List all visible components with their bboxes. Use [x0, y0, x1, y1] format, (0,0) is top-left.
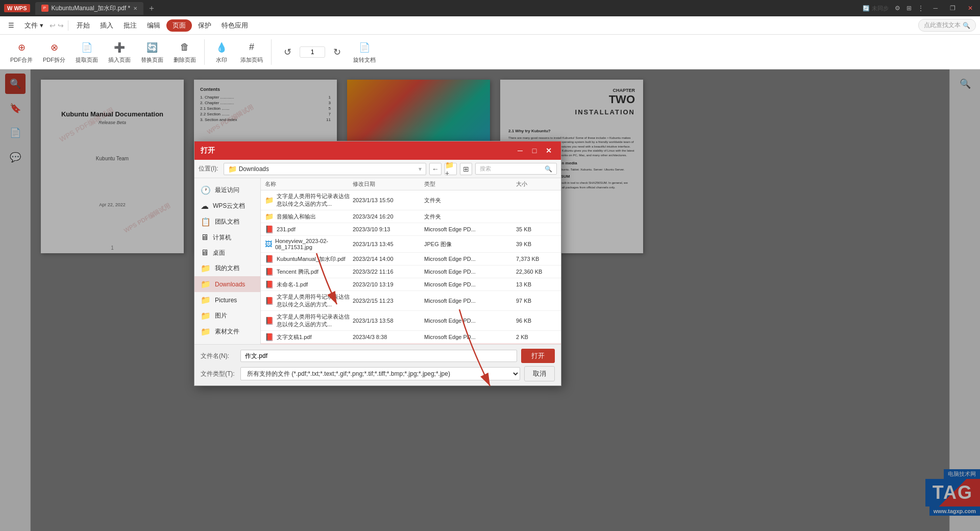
filename-input[interactable] — [240, 350, 517, 362]
col-name[interactable]: 名称 — [265, 180, 353, 188]
extract-pages-button[interactable]: 📄 提取页面 — [71, 38, 102, 66]
menu-special[interactable]: 特色应用 — [217, 19, 252, 32]
file-list-header: 名称 修改日期 类型 大小 — [261, 178, 561, 190]
menu-search-box[interactable]: 点此查找文本 🔍 — [918, 19, 976, 32]
menu-divider-1 — [68, 20, 68, 31]
sidebar-wps-cloud[interactable]: ☁ WPS云文档 — [194, 198, 260, 214]
dialog-view-button[interactable]: ⊞ — [460, 163, 472, 175]
path-dropdown-icon[interactable]: ▾ — [419, 165, 422, 173]
sidebar-images[interactable]: 📁 图片 — [194, 308, 260, 324]
redo-icon[interactable]: ↪ — [58, 21, 64, 30]
file-type: 文件夹 — [424, 213, 516, 221]
sync-button[interactable]: 🔄 未同步 — [863, 5, 889, 12]
watermark-button[interactable]: 💧 水印 — [209, 38, 234, 66]
dialog-location-path[interactable]: 📁 Downloads ▾ — [224, 163, 426, 175]
dialog-footer: 文件名(N): 打开 文件类型(T): 所有支持的文件 (*.pdf;*.txt… — [194, 344, 561, 385]
menu-file[interactable]: 文件 ▾ — [20, 19, 47, 32]
delete-page-button[interactable]: 🗑 删除页面 — [169, 38, 200, 66]
cancel-button[interactable]: 取消 — [524, 366, 555, 381]
menu-protect[interactable]: 保护 — [194, 19, 215, 32]
active-tab[interactable]: P KubuntuManual_加水印.pdf * ✕ — [35, 2, 144, 15]
file-row[interactable]: 📕文字文稿1.pdf 2023/4/3 8:38 Microsoft Edge … — [261, 331, 561, 344]
sidebar-computer[interactable]: 🖥 计算机 — [194, 230, 260, 245]
sidebar-recent[interactable]: 🕐 最近访问 — [194, 182, 260, 198]
file-size: 13 KB — [516, 281, 557, 287]
filetype-select[interactable]: 所有支持的文件 (*.pdf;*.txt;*.text;*.gif;*.png;… — [240, 367, 520, 380]
sidebar-desktop[interactable]: 🖥 桌面 — [194, 245, 260, 260]
sidebar-team-doc-label: 团队文档 — [215, 218, 239, 226]
insert-page-button[interactable]: ➕ 插入页面 — [104, 38, 135, 66]
dialog-back-button[interactable]: ← — [429, 163, 442, 175]
col-modified[interactable]: 修改日期 — [353, 180, 424, 188]
clockwise-button[interactable]: ↻ — [329, 44, 345, 60]
menu-page[interactable]: 页面 — [166, 19, 192, 32]
pdf-split-button[interactable]: ⊗ PDF拆分 — [39, 38, 69, 66]
pdf-merge-button[interactable]: ⊕ PDF合并 — [6, 38, 37, 66]
sidebar-pictures[interactable]: 📁 Pictures — [194, 292, 260, 308]
layout-icon[interactable]: ⊞ — [906, 5, 912, 12]
dialog-toolbar: 位置(I): 📁 Downloads ▾ ← 📁+ ⊞ 搜索 🔍 — [194, 160, 561, 178]
file-type: JPEG 图像 — [424, 240, 516, 248]
file-modified: 2023/2/14 14:00 — [353, 256, 424, 262]
wps-logo: W WPS — [4, 4, 30, 12]
dialog-minimize-button[interactable]: ─ — [514, 144, 526, 157]
dialog-maximize-button[interactable]: □ — [528, 144, 541, 157]
file-row[interactable]: 📕Tencent 腾讯.pdf 2023/3/22 11:16 Microsof… — [261, 266, 561, 278]
sidebar-downloads-label: Downloads — [215, 281, 245, 288]
undo-icon[interactable]: ↩ — [50, 21, 56, 30]
toolbar-separator-2 — [271, 39, 272, 65]
col-size[interactable]: 大小 — [516, 180, 557, 188]
open-button[interactable]: 打开 — [521, 349, 555, 363]
file-row[interactable]: 📕文字是人类用符号记录表达信息以传之久远的方式... 2023/1/13 13:… — [261, 311, 561, 331]
sync-icon: 🔄 — [863, 5, 870, 12]
menu-edit[interactable]: 编辑 — [143, 19, 164, 32]
file-row[interactable]: 📕文字是人类用符号记录表达信息以传之久远的方式... 2023/2/15 11:… — [261, 291, 561, 311]
counter-clockwise-button[interactable]: ↺ — [280, 44, 296, 60]
file-name: 文字是人类用符号记录表达信息以传之久远的方式... — [277, 313, 353, 328]
sidebar-team-doc[interactable]: 📋 团队文档 — [194, 214, 260, 230]
dialog-sidebar: 🕐 最近访问 ☁ WPS云文档 📋 团队文档 🖥 计算机 — [194, 178, 261, 344]
add-page-num-button[interactable]: # 添加页码 — [236, 38, 267, 66]
settings-icon[interactable]: ⚙ — [895, 5, 900, 12]
file-row[interactable]: 📁音频输入和输出 2023/3/24 16:20 文件夹 — [261, 210, 561, 223]
recent-icon: 🕐 — [201, 185, 211, 195]
sidebar-my-docs-label: 我的文档 — [215, 264, 239, 273]
file-row[interactable]: 📕231.pdf 2023/3/10 9:13 Microsoft Edge P… — [261, 223, 561, 236]
file-name: Tencent 腾讯.pdf — [277, 268, 318, 276]
file-row[interactable]: 📁文字是人类用符号记录表达信息以传之久远的方式... 2023/1/13 15:… — [261, 190, 561, 210]
dialog-new-folder-button[interactable]: 📁+ — [445, 163, 457, 175]
pdf-merge-label: PDF合并 — [10, 56, 33, 64]
more-icon[interactable]: ⋮ — [918, 5, 924, 12]
restore-button[interactable]: ❐ — [947, 5, 959, 12]
title-bar-right: 🔄 未同步 ⚙ ⊞ ⋮ ─ ❐ ✕ — [863, 5, 976, 12]
tab-close-icon[interactable]: ✕ — [133, 6, 137, 11]
col-type[interactable]: 类型 — [424, 180, 516, 188]
menu-insert[interactable]: 插入 — [96, 19, 117, 32]
sidebar-downloads[interactable]: 📁 Downloads — [194, 276, 260, 292]
file-name: 文字是人类用符号记录表达信息以传之久远的方式... — [277, 192, 353, 208]
new-tab-button[interactable]: ＋ — [148, 3, 156, 14]
file-row[interactable]: 📕未命名-1.pdf 2023/2/10 13:19 Microsoft Edg… — [261, 278, 561, 291]
dialog-close-button[interactable]: ✕ — [543, 144, 555, 157]
file-size: 7,373 KB — [516, 256, 557, 262]
file-row[interactable]: 🖼Honeyview_2023-02-08_171531.jpg 2023/1/… — [261, 236, 561, 253]
menu-comment[interactable]: 批注 — [119, 19, 141, 32]
file-modified: 2023/3/24 16:20 — [353, 213, 424, 220]
rotate-doc-button[interactable]: 📄 旋转文档 — [349, 38, 380, 66]
dialog-search-box[interactable]: 搜索 🔍 — [475, 163, 557, 175]
minimize-button[interactable]: ─ — [930, 5, 941, 12]
file-modified: 2023/3/10 9:13 — [353, 226, 424, 232]
menu-hamburger[interactable]: ☰ — [4, 19, 18, 31]
replace-page-button[interactable]: 🔄 替换页面 — [137, 38, 167, 66]
file-row[interactable]: 📕KubuntuManual_加水印.pdf 2023/2/14 14:00 M… — [261, 253, 561, 266]
footer-filetype-row: 文件类型(T): 所有支持的文件 (*.pdf;*.txt;*.text;*.g… — [201, 366, 555, 381]
menu-start[interactable]: 开始 — [72, 19, 94, 32]
sidebar-materials[interactable]: 📁 素材文件 — [194, 324, 260, 340]
file-modified: 2023/2/15 11:23 — [353, 298, 424, 304]
page-input[interactable] — [300, 46, 325, 58]
close-button[interactable]: ✕ — [965, 5, 976, 12]
tab-pdf-icon: P — [41, 5, 48, 12]
footer-filename-row: 文件名(N): 打开 — [201, 349, 555, 363]
file-modified: 2023/1/13 13:58 — [353, 318, 424, 324]
sidebar-my-docs[interactable]: 📁 我的文档 — [194, 260, 260, 276]
